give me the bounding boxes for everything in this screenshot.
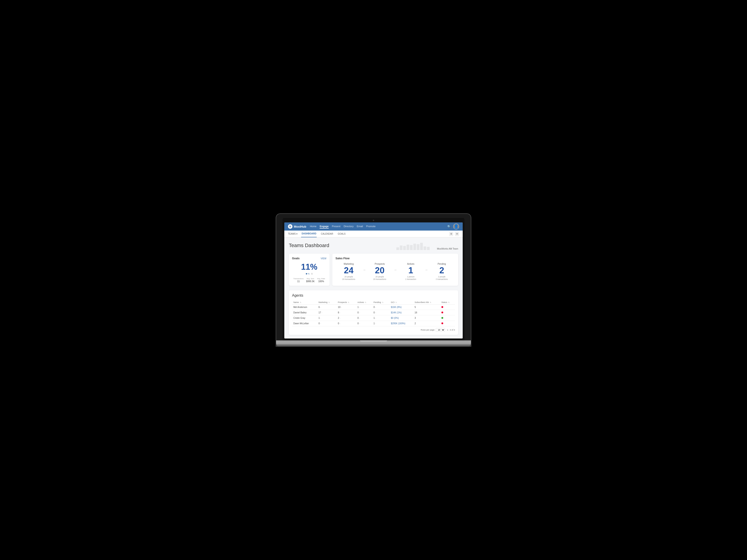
nav-promote[interactable]: Promote	[366, 224, 376, 229]
nav-present[interactable]: Present	[332, 224, 340, 229]
laptop-shell: M MoxiHub Home Engage Present Directory …	[276, 214, 471, 346]
cell-marketing-1: 17 ›	[317, 310, 337, 315]
col-status[interactable]: Status ⇅	[440, 300, 455, 304]
toggle-dollar[interactable]: $	[311, 273, 313, 275]
cell-status-1	[440, 310, 455, 315]
cell-actives-2: 0 ›	[356, 315, 372, 321]
cell-marketing-0: 6 ›	[317, 304, 337, 310]
laptop-screen: M MoxiHub Home Engage Present Directory …	[284, 222, 463, 339]
col-pending[interactable]: Pending ⇅	[372, 300, 390, 304]
nav-directory[interactable]: Directory	[344, 224, 354, 229]
goals-toggles: % $	[292, 273, 327, 275]
sub-nav-left: TEAMS ▾ DASHBOARD CALENDAR GOALS	[288, 231, 346, 237]
flow-prospects: Prospects 20 20 people 20 transactions	[366, 263, 393, 281]
rows-per-page-select[interactable]: 10 25 50	[436, 328, 445, 332]
sales-flow-title: Sales Flow	[335, 257, 455, 260]
cell-pending-1: 0 ›	[372, 310, 390, 315]
flow-marketing-sub: 20 people 20 transactions	[335, 275, 362, 281]
teams-label: TEAMS	[288, 233, 295, 235]
nav-home[interactable]: Home	[310, 224, 316, 229]
mail-icon[interactable]: ✉	[455, 232, 459, 236]
screen-bezel: M MoxiHub Home Engage Present Directory …	[283, 218, 464, 340]
flow-prospects-sub: 20 people 20 transactions	[366, 275, 393, 281]
flow-pending-sub: 2 people 2 transactions	[429, 275, 455, 281]
nav-email[interactable]: Email	[357, 224, 363, 229]
table-header-row: Name ⇅ Marketing ⇅ Prospects ⇅ Actives ⇅…	[292, 300, 455, 304]
table-row: Cristin Gray 1 › 2 › 0 › 1 › $0 (0%) 3	[292, 315, 455, 321]
flow-prospects-label: Prospects	[366, 263, 393, 265]
camera	[373, 220, 374, 221]
stat-transactions-value: 11	[293, 280, 304, 283]
cell-actives-1: 0 ›	[356, 310, 372, 315]
page-title: Teams Dashboard	[289, 243, 329, 248]
cell-subscribers-3: 2	[413, 321, 440, 326]
stat-avg-size: Avg. Size $995.5K	[306, 277, 315, 283]
nav-engage[interactable]: Engage	[319, 224, 329, 229]
pagination-info: 1 - 4 of 4	[447, 329, 455, 331]
col-actives[interactable]: Actives ⇅	[356, 300, 372, 304]
col-prospects[interactable]: Prospects ⇅	[337, 300, 356, 304]
cell-pending-0: 0 ›	[372, 304, 390, 310]
cell-subscribers-2: 3	[413, 315, 440, 321]
flow-prospects-number: 20	[366, 266, 393, 275]
goals-card-header: Goals VIEW	[292, 257, 327, 260]
flow-pending-number: 2	[429, 266, 455, 275]
flow-actives-label: Actives	[397, 263, 424, 265]
cell-name-3: Dawn McLellan	[292, 321, 317, 326]
cell-name-2: Cristin Gray	[292, 315, 317, 321]
subnav-dashboard[interactable]: DASHBOARD	[301, 231, 317, 237]
flow-marketing: Marketing 24 20 people 20 transactions	[335, 263, 362, 281]
agents-tbody: Mel Anderson 6 › 10 › 1 › 0 › $16K (8%) …	[292, 304, 455, 326]
flow-marketing-label: Marketing	[335, 263, 362, 265]
cell-prospects-2: 2 ›	[337, 315, 356, 321]
col-marketing[interactable]: Marketing ⇅	[317, 300, 337, 304]
flow-actives-sub: 1 person 1 transaction	[397, 275, 424, 281]
cell-gci-3: $295K (169%)	[390, 321, 413, 326]
cell-subscribers-0: 5	[413, 304, 440, 310]
subnav-calendar[interactable]: CALENDAR	[320, 231, 333, 237]
flow-marketing-number: 24	[335, 266, 362, 275]
cell-name-0: Mel Anderson	[292, 304, 317, 310]
goals-view-link[interactable]: VIEW	[320, 257, 327, 260]
col-name[interactable]: Name ⇅	[292, 300, 317, 304]
flow-arrow-3: →	[424, 268, 428, 275]
flow-pending-label: Pending	[429, 263, 455, 265]
nav-right: 🔍	[447, 223, 459, 230]
page-header: Teams Dashboard	[289, 241, 458, 250]
laptop-foot	[276, 344, 471, 346]
cell-name-1: Daniel Bailey	[292, 310, 317, 315]
flow-actives: Actives 1 1 person 1 transaction	[397, 263, 424, 281]
page-content: Teams Dashboard	[284, 237, 463, 339]
search-icon[interactable]: 🔍	[447, 225, 451, 228]
agents-title: Agents	[292, 293, 455, 297]
toggle-pct[interactable]: %	[306, 273, 309, 275]
sub-nav-right: ⚙ ✉	[449, 232, 459, 236]
flow-pending: Pending 2 2 people 2 transactions	[429, 263, 455, 281]
flow-arrow-1: →	[362, 268, 366, 275]
subnav-goals[interactable]: GOALS	[337, 231, 346, 237]
teams-dropdown[interactable]: TEAMS ▾	[288, 233, 298, 235]
goals-card: Goals VIEW 11% % $	[289, 254, 330, 286]
goals-percent: 11%	[292, 262, 327, 272]
stat-transactions-label: Transactions	[293, 277, 304, 279]
stat-avg-rate: Avg. Rate 100%	[317, 277, 325, 283]
table-footer: Rows per page: 10 25 50 1 - 4 of 4	[292, 328, 455, 332]
settings-icon[interactable]: ⚙	[449, 232, 453, 236]
cards-row: Goals VIEW 11% % $	[289, 254, 458, 286]
cell-prospects-0: 10 ›	[337, 304, 356, 310]
cell-actives-3: 0 ›	[356, 321, 372, 326]
cell-gci-1: $14K (1%)	[390, 310, 413, 315]
flow-arrow-2: →	[393, 268, 397, 275]
col-gci[interactable]: GCI ⇅	[390, 300, 413, 304]
flow-actives-number: 1	[397, 266, 424, 275]
cell-pending-3: 1 ›	[372, 321, 390, 326]
table-row: Daniel Bailey 17 › 8 › 0 › 0 › $14K (1%)…	[292, 310, 455, 315]
chart-watermark	[396, 241, 430, 250]
table-row: Dawn McLellan 0 › 0 › 0 › 1 › $295K (169…	[292, 321, 455, 326]
col-subscribers[interactable]: Subscribers NN ⇅	[413, 300, 440, 304]
avatar[interactable]	[453, 223, 459, 230]
brand-icon: M	[288, 224, 292, 229]
team-name: MoxiWorks AM Team	[437, 247, 458, 250]
stat-transactions: Transactions 11	[293, 277, 304, 283]
cell-pending-2: 1 ›	[372, 315, 390, 321]
